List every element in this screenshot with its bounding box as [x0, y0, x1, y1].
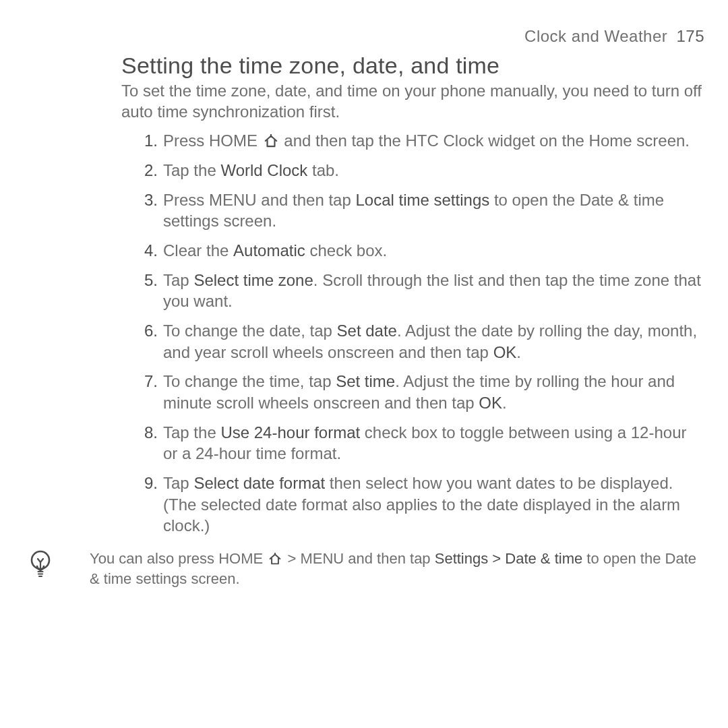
- step-number: 5.: [135, 270, 158, 291]
- step-text: .: [516, 343, 521, 361]
- page: Clock and Weather 175 Setting the time z…: [0, 0, 728, 728]
- step-text: Tap: [163, 474, 193, 492]
- emphasis-24-hour: Use 24-hour format: [220, 423, 360, 442]
- home-icon: [264, 134, 278, 148]
- page-title: Setting the time zone, date, and time: [121, 53, 704, 79]
- step-text: Press MENU and then tap: [163, 191, 355, 209]
- step-number: 3.: [135, 189, 158, 211]
- emphasis-local-time-settings: Local time settings: [355, 191, 489, 209]
- step-text: Clear the: [163, 241, 233, 260]
- step-8: 8. Tap the Use 24-hour format check box …: [142, 422, 704, 464]
- step-number: 2.: [135, 160, 158, 181]
- emphasis-select-time-zone: Select time zone: [193, 271, 313, 289]
- emphasis-ok: OK: [479, 394, 502, 412]
- step-number: 1.: [135, 130, 158, 152]
- step-9: 9. Tap Select date format then select ho…: [142, 473, 704, 537]
- emphasis-select-date-format: Select date format: [193, 474, 325, 492]
- tip-icon-container: [24, 549, 90, 578]
- step-number: 8.: [135, 422, 158, 444]
- step-number: 4.: [135, 240, 158, 262]
- content-area: Setting the time zone, date, and time To…: [24, 53, 704, 537]
- emphasis-ok: OK: [493, 343, 517, 361]
- tip-text-part: > MENU and then tap: [283, 550, 434, 567]
- step-2: 2. Tap the World Clock tab.: [142, 160, 704, 181]
- tip-text-part: You can also press HOME: [90, 550, 267, 567]
- steps-list: 1. Press HOME and then tap the HTC Clock…: [121, 130, 704, 537]
- step-5: 5. Tap Select time zone. Scroll through …: [142, 270, 704, 312]
- step-number: 6.: [135, 320, 158, 342]
- emphasis-world-clock: World Clock: [220, 161, 307, 179]
- step-4: 4. Clear the Automatic check box.: [142, 240, 704, 262]
- tip-text: You can also press HOME > MENU and then …: [90, 549, 704, 588]
- home-icon: [268, 553, 282, 565]
- step-text: tab.: [307, 161, 339, 179]
- step-text: Tap the: [163, 423, 220, 442]
- step-text: check box.: [305, 241, 387, 260]
- section-name: Clock and Weather: [524, 27, 667, 45]
- running-header: Clock and Weather 175: [24, 27, 704, 46]
- emphasis-settings-date-time: Settings > Date & time: [435, 550, 583, 567]
- step-text: To change the time, tap: [163, 372, 336, 390]
- step-number: 7.: [135, 371, 158, 392]
- step-text: and then tap the HTC Clock widget on the…: [280, 131, 690, 150]
- step-text: Press HOME: [163, 131, 262, 150]
- step-6: 6. To change the date, tap Set date. Adj…: [142, 320, 704, 363]
- emphasis-set-date: Set date: [337, 322, 397, 340]
- step-text: .: [502, 394, 507, 412]
- step-text: Tap: [163, 271, 193, 289]
- lightbulb-icon: [28, 549, 53, 578]
- intro-paragraph: To set the time zone, date, and time on …: [121, 80, 704, 122]
- tip-callout: You can also press HOME > MENU and then …: [24, 549, 704, 588]
- step-number: 9.: [135, 473, 158, 494]
- emphasis-set-time: Set time: [336, 372, 395, 390]
- step-1: 1. Press HOME and then tap the HTC Clock…: [142, 130, 704, 152]
- step-7: 7. To change the time, tap Set time. Adj…: [142, 371, 704, 413]
- page-number: 175: [676, 27, 704, 45]
- step-3: 3. Press MENU and then tap Local time se…: [142, 189, 704, 232]
- step-text: To change the date, tap: [163, 322, 337, 340]
- step-text: Tap the: [163, 161, 220, 179]
- emphasis-automatic: Automatic: [233, 241, 305, 260]
